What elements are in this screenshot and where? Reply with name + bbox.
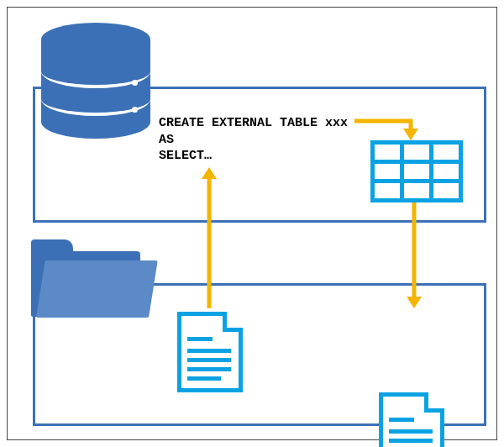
source-file-icon bbox=[177, 312, 243, 392]
sql-line-1: CREATE EXTERNAL TABLE xxx bbox=[159, 115, 348, 132]
external-table-icon bbox=[370, 140, 463, 202]
folder-icon bbox=[31, 239, 149, 319]
sql-statement: CREATE EXTERNAL TABLE xxx AS SELECT… bbox=[159, 115, 348, 165]
database-icon bbox=[41, 23, 150, 149]
output-file-icon bbox=[379, 392, 444, 447]
diagram-frame: CREATE EXTERNAL TABLE xxx AS SELECT… bbox=[7, 7, 497, 440]
sql-line-3: SELECT… bbox=[159, 148, 348, 165]
sql-line-2: AS bbox=[159, 132, 348, 149]
